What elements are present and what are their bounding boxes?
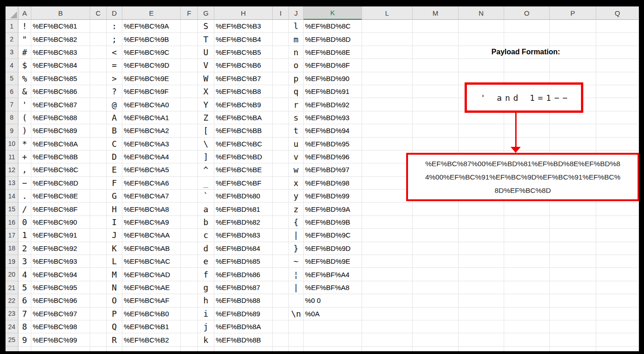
cell-B16[interactable]: %EF%BC%90 <box>31 216 90 229</box>
cell-J21[interactable]: | <box>289 281 304 294</box>
cell-E19[interactable]: %EF%BC%AC <box>122 255 181 268</box>
cell-A22[interactable]: 6 <box>18 294 31 307</box>
cell-K16[interactable]: %EF%BD%9B <box>304 216 362 229</box>
row-header-15[interactable]: 15 <box>6 203 18 215</box>
cell-I24[interactable] <box>273 320 289 333</box>
column-header-E[interactable]: E <box>122 6 181 20</box>
row-header-6[interactable]: 6 <box>6 85 18 98</box>
cell-A21[interactable]: 5 <box>18 281 31 294</box>
cell-G24[interactable]: j <box>198 320 214 333</box>
cell-Q1[interactable] <box>596 20 639 33</box>
row-header-13[interactable]: 13 <box>6 177 18 190</box>
cell-J25[interactable] <box>289 333 304 346</box>
cell-M25[interactable] <box>413 333 459 346</box>
cell-G18[interactable]: d <box>198 242 214 255</box>
cell-A8[interactable]: ( <box>18 111 31 124</box>
row-header-10[interactable]: 10 <box>6 138 18 151</box>
cell-H1[interactable]: %EF%BC%B3 <box>214 20 273 33</box>
cell-F8[interactable] <box>181 111 198 124</box>
cell-I4[interactable] <box>273 59 289 72</box>
cell-K12[interactable]: %EF%BD%97 <box>304 163 362 176</box>
cell-E25[interactable]: %EF%BC%B2 <box>122 333 181 346</box>
cell-A1[interactable]: ! <box>18 20 31 33</box>
cell-L7[interactable] <box>362 98 413 111</box>
cell-K21[interactable]: %EF%BF%A8 <box>304 281 362 294</box>
cell-M2[interactable] <box>413 33 459 46</box>
cell-I13[interactable] <box>273 177 289 190</box>
cell-B7[interactable]: %EF%BC%87 <box>31 98 90 111</box>
cell-M9[interactable] <box>413 124 459 137</box>
cell-L2[interactable] <box>362 33 413 46</box>
cell-D24[interactable]: Q <box>107 320 122 333</box>
cell-A11[interactable]: + <box>18 151 31 163</box>
cell-Q25[interactable] <box>596 333 639 346</box>
cell-A20[interactable]: 4 <box>18 268 31 281</box>
cell-P15[interactable] <box>550 203 596 215</box>
cell-M23[interactable] <box>413 308 459 320</box>
cell-G19[interactable]: e <box>198 255 214 268</box>
column-header-D[interactable]: D <box>107 6 122 20</box>
cell-K22[interactable]: %0 0 <box>304 294 362 307</box>
cell-E10[interactable]: %EF%BC%A3 <box>122 138 181 151</box>
cell-E2[interactable]: %EF%BC%9B <box>122 33 181 46</box>
cell-L19[interactable] <box>362 255 413 268</box>
cell-A6[interactable]: & <box>18 85 31 98</box>
cell-O26[interactable] <box>504 347 550 351</box>
cell-J2[interactable]: m <box>289 33 304 46</box>
cell-F11[interactable] <box>181 151 198 163</box>
cell-A17[interactable]: 1 <box>18 229 31 242</box>
cell-E13[interactable]: %EF%BC%A6 <box>122 177 181 190</box>
column-header-L[interactable]: L <box>362 6 413 20</box>
cell-N4[interactable] <box>459 59 504 72</box>
column-header-F[interactable]: F <box>181 6 198 20</box>
cell-A15[interactable]: / <box>18 203 31 215</box>
cell-A9[interactable]: ) <box>18 124 31 137</box>
cell-E20[interactable]: %EF%BC%AD <box>122 268 181 281</box>
cell-I11[interactable] <box>273 151 289 163</box>
row-header-12[interactable]: 12 <box>6 163 18 176</box>
cell-F12[interactable] <box>181 163 198 176</box>
column-header-M[interactable]: M <box>413 6 459 20</box>
cell-Q20[interactable] <box>596 268 639 281</box>
cell-N8[interactable] <box>459 111 504 124</box>
cell-M24[interactable] <box>413 320 459 333</box>
cell-D13[interactable]: F <box>107 177 122 190</box>
cell-C3[interactable] <box>90 46 107 59</box>
cell-C22[interactable] <box>90 294 107 307</box>
cell-Q23[interactable] <box>596 308 639 320</box>
cell-I20[interactable] <box>273 268 289 281</box>
cell-N15[interactable] <box>459 203 504 215</box>
cell-J18[interactable]: } <box>289 242 304 255</box>
cell-G10[interactable]: \ <box>198 138 214 151</box>
cell-B4[interactable]: %EF%BC%84 <box>31 59 90 72</box>
cell-L26[interactable] <box>362 347 413 351</box>
cell-F15[interactable] <box>181 203 198 215</box>
cell-B5[interactable]: %EF%BC%85 <box>31 72 90 85</box>
cell-M15[interactable] <box>413 203 459 215</box>
cell-G7[interactable]: Y <box>198 98 214 111</box>
cell-N25[interactable] <box>459 333 504 346</box>
cell-E15[interactable]: %EF%BC%A8 <box>122 203 181 215</box>
cell-Q26[interactable] <box>596 347 639 351</box>
row-header-7[interactable]: 7 <box>6 98 18 111</box>
cell-C13[interactable] <box>90 177 107 190</box>
cell-B13[interactable]: %EF%BC%8D <box>31 177 90 190</box>
cell-A13[interactable]: − <box>18 177 31 190</box>
cell-K20[interactable]: %EF%BF%A4 <box>304 268 362 281</box>
cell-B26[interactable] <box>31 347 90 351</box>
cell-N19[interactable] <box>459 255 504 268</box>
payload-encoded-box[interactable]: %EF%BC%87%00%EF%BD%81%EF%BD%8E%EF%BD%8 4… <box>406 153 639 201</box>
cell-F17[interactable] <box>181 229 198 242</box>
cell-E17[interactable]: %EF%BC%AA <box>122 229 181 242</box>
cell-J7[interactable]: r <box>289 98 304 111</box>
cell-M6[interactable] <box>413 85 459 98</box>
cell-O25[interactable] <box>504 333 550 346</box>
cell-C24[interactable] <box>90 320 107 333</box>
cell-E9[interactable]: %EF%BC%A2 <box>122 124 181 137</box>
cell-A19[interactable]: 3 <box>18 255 31 268</box>
cell-O20[interactable] <box>504 268 550 281</box>
row-header-11[interactable]: 11 <box>6 151 18 163</box>
cell-I15[interactable] <box>273 203 289 215</box>
cell-N10[interactable] <box>459 138 504 151</box>
cell-E22[interactable]: %EF%BC%AF <box>122 294 181 307</box>
